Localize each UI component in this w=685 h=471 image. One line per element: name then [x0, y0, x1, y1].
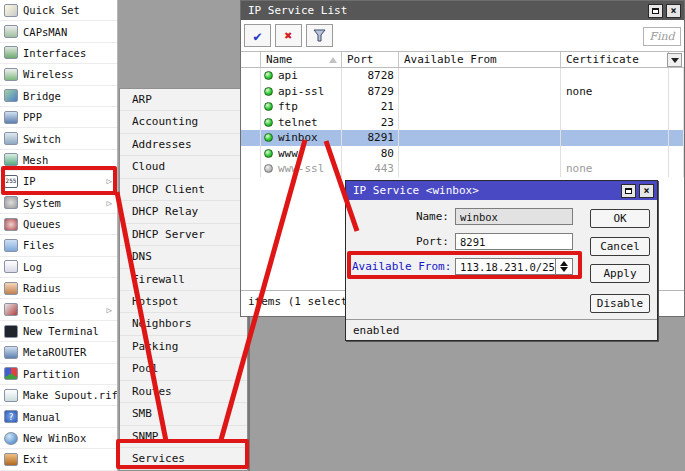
sidebar-item-tools[interactable]: Tools ▷ [0, 299, 117, 320]
port-column-header[interactable]: Port [342, 52, 399, 67]
menu-item-services[interactable]: Services [120, 448, 247, 470]
close-button[interactable] [666, 4, 681, 18]
name-field[interactable] [455, 208, 573, 225]
switch-icon [4, 132, 18, 145]
column-select-button[interactable] [667, 53, 682, 67]
winbox-workspace: Quick Set ▷ CAPsMAN ▷ Interfaces ▷ Wirel… [0, 0, 685, 471]
chevron-down-icon [671, 58, 679, 63]
table-row[interactable]: api-ssl 8729 none [241, 84, 684, 100]
sidebar-item-interfaces[interactable]: Interfaces ▷ [0, 43, 117, 64]
port-field[interactable] [455, 233, 573, 250]
port-label: Port: [352, 235, 449, 248]
ip-service-dialog: IP Service <winbox> Name: Port: Availabl… [345, 180, 658, 341]
ppp-icon [4, 111, 18, 124]
ok-button[interactable]: OK [590, 209, 650, 228]
wand-icon [4, 4, 18, 17]
sidebar-item-ppp[interactable]: PPP ▷ [0, 107, 117, 128]
certificate-column-header[interactable]: Certificate [561, 52, 669, 67]
menu-item-snmp[interactable]: SNMP [120, 426, 247, 448]
sidebar-item-wireless[interactable]: Wireless ▷ [0, 64, 117, 85]
table-row[interactable]: www 80 [241, 146, 684, 162]
sidebar-item-switch[interactable]: Switch ▷ [0, 128, 117, 149]
sidebar-item-bridge[interactable]: Bridge ▷ [0, 86, 117, 107]
menu-item-firewall[interactable]: Firewall [120, 269, 247, 291]
menu-item-packing[interactable]: Packing [120, 336, 247, 358]
name-label: Name: [352, 210, 449, 223]
sidebar-item-label: Bridge [23, 90, 61, 102]
disable-button[interactable] [275, 24, 302, 47]
sidebar-item-mesh[interactable]: Mesh ▷ [0, 150, 117, 171]
filter-button[interactable] [306, 24, 333, 47]
enable-button[interactable] [244, 24, 271, 47]
menu-item-dns[interactable]: DNS [120, 246, 247, 268]
ip-service-dialog-titlebar[interactable]: IP Service <winbox> [346, 181, 657, 200]
menu-item-label: Services [132, 452, 185, 465]
menu-item-label: Pool [132, 362, 159, 375]
sidebar-item-metarouter[interactable]: MetaROUTER ▷ [0, 342, 117, 363]
sidebar-item-partition[interactable]: Partition ▷ [0, 364, 117, 385]
menu-item-label: Packing [132, 340, 178, 353]
flags-column-header[interactable] [241, 52, 261, 67]
menu-item-label: DHCP Server [132, 228, 205, 241]
service-status-dot-icon [264, 118, 273, 127]
sidebar-item-capsman[interactable]: CAPsMAN ▷ [0, 21, 117, 42]
dialog-close-button[interactable] [639, 184, 654, 198]
service-status-dot-icon [264, 87, 273, 96]
menu-item-arp[interactable]: ARP [120, 89, 247, 111]
disable-button-dialog[interactable]: Disable [590, 294, 650, 313]
sidebar-item-ip[interactable]: IP ▷ [0, 171, 117, 192]
menu-item-hotspot[interactable]: Hotspot [120, 291, 247, 313]
menu-item-pool[interactable]: Pool [120, 358, 247, 380]
table-row[interactable]: www-ssl 443 none [241, 161, 684, 177]
submenu-arrow-icon: ▷ [107, 198, 112, 208]
cancel-button[interactable]: Cancel [590, 237, 650, 256]
sidebar-item-new-winbox[interactable]: New WinBox ▷ [0, 428, 117, 449]
dialog-maximize-button[interactable] [621, 184, 636, 198]
ip-service-list-titlebar[interactable]: IP Service List [241, 1, 684, 20]
table-header: Name Port Available From Certificate [241, 51, 684, 68]
menu-item-dhcp-server[interactable]: DHCP Server [120, 224, 247, 246]
available-from-column-header[interactable]: Available From [399, 52, 561, 67]
menu-item-accounting[interactable]: Accounting [120, 111, 247, 133]
service-status-dot-icon [264, 133, 273, 142]
sidebar-item-exit[interactable]: Exit ▷ [0, 449, 117, 470]
menu-item-dhcp-relay[interactable]: DHCP Relay [120, 201, 247, 223]
menu-item-neighbors[interactable]: Neighbors [120, 313, 247, 335]
apply-button[interactable]: Apply [590, 264, 650, 283]
table-row[interactable]: ftp 21 [241, 99, 684, 115]
service-name: www [278, 147, 298, 160]
menu-item-label: Cloud [132, 160, 165, 173]
sidebar-item-radius[interactable]: Radius ▷ [0, 278, 117, 299]
submenu-arrow-icon: ▷ [107, 305, 112, 315]
menu-item-cloud[interactable]: Cloud [120, 156, 247, 178]
maximize-button[interactable] [648, 4, 663, 18]
menu-item-label: Accounting [132, 115, 198, 128]
bridge-icon [4, 89, 18, 102]
table-row[interactable]: telnet 23 [241, 115, 684, 131]
sidebar-item-log[interactable]: Log ▷ [0, 257, 117, 278]
table-row[interactable]: api 8728 [241, 68, 684, 84]
table-row[interactable]: winbox 8291 [241, 130, 684, 146]
sidebar-item-queues[interactable]: Queues ▷ [0, 214, 117, 235]
folder-icon [4, 239, 18, 252]
menu-item-smb[interactable]: SMB [120, 403, 247, 425]
sidebar-item-new-terminal[interactable]: New Terminal ▷ [0, 321, 117, 342]
find-button[interactable]: Find [643, 27, 681, 46]
available-from-spinner[interactable] [556, 258, 573, 275]
sidebar-item-label: System [23, 197, 61, 209]
sidebar-item-manual[interactable]: Manual ▷ [0, 406, 117, 427]
sidebar-item-quick-set[interactable]: Quick Set ▷ [0, 0, 117, 21]
service-certificate [561, 146, 669, 162]
service-certificate: none [561, 161, 669, 177]
available-from-field[interactable] [455, 258, 556, 275]
sidebar-item-make-supout-rif[interactable]: Make Supout.rif ▷ [0, 385, 117, 406]
menu-item-addresses[interactable]: Addresses [120, 134, 247, 156]
sidebar-item-system[interactable]: System ▷ [0, 193, 117, 214]
menu-item-dhcp-client[interactable]: DHCP Client [120, 179, 247, 201]
menu-item-routes[interactable]: Routes [120, 381, 247, 403]
menu-item-label: Firewall [132, 273, 185, 286]
service-available-from [399, 99, 561, 115]
sidebar-item-files[interactable]: Files ▷ [0, 235, 117, 256]
mesh-icon [4, 153, 18, 166]
name-column-header[interactable]: Name [261, 52, 342, 67]
